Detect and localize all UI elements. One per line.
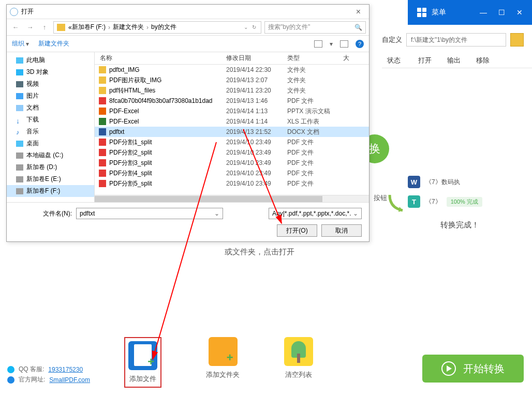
tree-item[interactable]: 此电脑 bbox=[7, 54, 94, 66]
menu-label[interactable]: 菜单 bbox=[432, 8, 446, 17]
open-button[interactable]: 打开(O) bbox=[277, 224, 317, 237]
ti-doc-icon bbox=[16, 105, 23, 111]
view-mode-button[interactable] bbox=[314, 40, 322, 48]
file-open-dialog: 打开 × ← → ↑ « 新加卷F (F:) › 新建文件夹 › by的文件 ⌄… bbox=[6, 4, 370, 242]
clear-icon bbox=[284, 337, 313, 366]
tree-item[interactable]: 新加卷E (E:) bbox=[7, 173, 94, 185]
new-folder-button[interactable]: 新建文件夹 bbox=[38, 39, 69, 48]
file-row[interactable]: PDF-Excel2019/4/14 1:14XLS 工作表 bbox=[95, 116, 369, 127]
ti-disk-icon bbox=[16, 176, 23, 182]
list-header: 名称 修改日期 类型 大 bbox=[95, 52, 369, 65]
preview-button[interactable] bbox=[340, 40, 348, 48]
file-type-icon bbox=[99, 149, 106, 156]
add-file-icon bbox=[128, 341, 157, 370]
output-path-input[interactable] bbox=[406, 33, 506, 47]
ti-dl-icon: ↓ bbox=[16, 117, 23, 123]
tree-item[interactable]: 本地磁盘 (C:) bbox=[7, 149, 94, 161]
nav-up-button[interactable]: ↑ bbox=[39, 22, 50, 33]
breadcrumb[interactable]: « 新加卷F (F:) › 新建文件夹 › by的文件 ⌄↻ bbox=[53, 21, 261, 34]
file-type-icon bbox=[99, 87, 106, 94]
ti-disk-icon bbox=[16, 188, 23, 194]
help-icon[interactable]: ? bbox=[356, 40, 364, 48]
qq-link[interactable]: 1933175230 bbox=[48, 366, 83, 373]
chevron-down-icon[interactable]: ⌄ bbox=[242, 24, 249, 30]
menu-icon[interactable] bbox=[417, 8, 426, 17]
file-row[interactable]: pdf转HTML_files2019/4/11 23:20文件夹 bbox=[95, 85, 369, 96]
search-icon: 🔍 bbox=[354, 24, 362, 31]
refresh-icon[interactable]: ↻ bbox=[250, 24, 258, 30]
minimize-button[interactable]: — bbox=[480, 8, 487, 17]
ti-pic-icon bbox=[16, 93, 23, 99]
file-row[interactable]: 8fca0b70b0f4f9b3b0af73080a1b1dad2019/4/1… bbox=[95, 96, 369, 106]
dialog-icon bbox=[10, 8, 18, 16]
add-folder-button[interactable]: 添加文件夹 bbox=[206, 337, 240, 388]
play-icon bbox=[441, 361, 456, 376]
file-type-icon bbox=[99, 180, 106, 187]
file-row[interactable]: PDF分割5_split2019/4/10 23:49PDF 文件 bbox=[95, 178, 369, 189]
dialog-title: 打开 bbox=[21, 7, 34, 16]
file-row[interactable]: PDF分割2_split2019/4/10 23:49PDF 文件 bbox=[95, 147, 369, 158]
file-list: 名称 修改日期 类型 大 pdftxt_IMG2019/4/14 22:30文件… bbox=[95, 52, 369, 202]
cancel-button[interactable]: 取消 bbox=[321, 224, 362, 237]
filename-label: 文件名(N): bbox=[14, 209, 72, 218]
col-open: 打开 bbox=[413, 53, 442, 68]
file-row[interactable]: PDF图片获取_IMG2019/4/13 2:07文件夹 bbox=[95, 75, 369, 85]
ti-video-icon bbox=[16, 81, 23, 87]
tree-item[interactable]: 新加卷F (F:) bbox=[7, 185, 94, 197]
ti-music-icon: ♪ bbox=[16, 129, 23, 135]
add-file-button[interactable]: 添加文件 bbox=[128, 341, 157, 384]
file-type-icon bbox=[99, 139, 106, 146]
click-btn-hint: 按钮 bbox=[374, 193, 387, 203]
ti-desk-icon bbox=[16, 141, 23, 147]
tree-item[interactable]: 文档 bbox=[7, 102, 94, 114]
file-row[interactable]: pdftxt_IMG2019/4/14 22:30文件夹 bbox=[95, 65, 369, 75]
dialog-footer: 文件名(N): pdftxt⌄ Any|*.pdf,*.ppt,*.pptx,*… bbox=[7, 202, 369, 241]
ie-icon bbox=[7, 376, 14, 384]
col-status: 状态 bbox=[382, 53, 413, 68]
organize-button[interactable]: 组织 ▾ bbox=[12, 39, 29, 48]
progress-badge: 100% 完成 bbox=[447, 197, 482, 207]
search-input[interactable]: 搜索"by的文件" 🔍 bbox=[264, 21, 366, 34]
contact-info: QQ 客服: 1933175230 官方网址: SmallPDF.com bbox=[7, 363, 90, 386]
output-path-area: 自定义 bbox=[382, 29, 532, 51]
nav-forward-button[interactable]: → bbox=[24, 22, 36, 33]
file-type-icon bbox=[99, 170, 106, 177]
converted-item: T 《7》 100% 完成 bbox=[408, 195, 482, 208]
file-type-icon bbox=[99, 118, 106, 125]
tree-item[interactable]: 视频 bbox=[7, 78, 94, 90]
curve-arrow-icon bbox=[387, 192, 408, 213]
start-convert-button[interactable]: 开始转换 bbox=[422, 355, 524, 383]
site-link[interactable]: SmallPDF.com bbox=[49, 376, 90, 384]
nav-back-button[interactable]: ← bbox=[10, 22, 21, 33]
browse-folder-button[interactable] bbox=[510, 33, 524, 47]
tree-item[interactable]: ↓下载 bbox=[7, 114, 94, 126]
dialog-toolbar: 组织 ▾ 新建文件夹 ▾ ? bbox=[7, 36, 369, 52]
file-row[interactable]: PDF分割4_split2019/4/10 23:49PDF 文件 bbox=[95, 168, 369, 178]
dialog-titlebar: 打开 × bbox=[7, 5, 369, 19]
ti-disk-icon bbox=[16, 164, 23, 171]
folder-tree: 此电脑3D 对象视频图片文档↓下载♪音乐桌面本地磁盘 (C:)新加卷 (D:)新… bbox=[7, 52, 95, 202]
file-type-icon bbox=[99, 97, 106, 104]
done-text: 转换完成！ bbox=[408, 220, 511, 230]
dialog-close-button[interactable]: × bbox=[351, 7, 366, 17]
file-row[interactable]: pdftxt2019/4/13 21:52DOCX 文档 bbox=[95, 127, 369, 137]
maximize-button[interactable]: ☐ bbox=[498, 8, 505, 17]
horizontal-scrollbar[interactable] bbox=[95, 195, 369, 202]
ti-3d-icon bbox=[16, 69, 23, 75]
filename-input[interactable]: pdftxt⌄ bbox=[76, 208, 223, 219]
tree-item[interactable]: 新加卷 (D:) bbox=[7, 161, 94, 173]
tree-item[interactable]: 桌面 bbox=[7, 138, 94, 149]
file-row[interactable]: PDF-Excel2019/4/14 1:13PPTX 演示文稿 bbox=[95, 106, 369, 116]
file-row[interactable]: PDF分割3_split2019/4/10 23:49PDF 文件 bbox=[95, 158, 369, 168]
folder-icon bbox=[57, 24, 65, 31]
tree-item[interactable]: 3D 对象 bbox=[7, 66, 94, 78]
close-button[interactable]: ✕ bbox=[516, 8, 523, 17]
filetype-filter[interactable]: Any|*.pdf,*.ppt,*.pptx,*.doc,*.⌄ bbox=[269, 208, 362, 219]
dialog-nav: ← → ↑ « 新加卷F (F:) › 新建文件夹 › by的文件 ⌄↻ 搜索"… bbox=[7, 19, 369, 36]
tree-item[interactable]: ♪音乐 bbox=[7, 126, 94, 138]
tree-item[interactable]: 图片 bbox=[7, 90, 94, 102]
file-type-icon bbox=[99, 128, 106, 135]
file-row[interactable]: PDF分割1_split2019/4/10 23:49PDF 文件 bbox=[95, 137, 369, 147]
clear-list-button[interactable]: 清空列表 bbox=[284, 337, 313, 388]
ti-pc-icon bbox=[16, 57, 23, 64]
